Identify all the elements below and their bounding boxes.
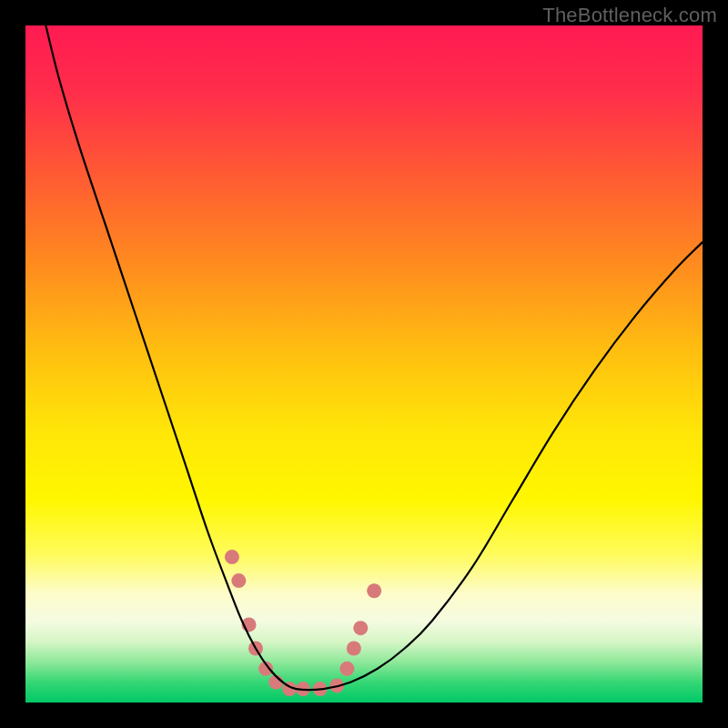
watermark-label: TheBottleneck.com <box>542 4 717 27</box>
highlight-dot <box>367 583 381 598</box>
marker-group <box>225 550 381 696</box>
highlight-dot <box>231 573 246 588</box>
highlight-dot <box>353 621 368 635</box>
chart-overlay <box>25 25 703 703</box>
chart-frame: TheBottleneck.com <box>0 0 728 728</box>
highlight-dot <box>339 662 354 676</box>
plot-area <box>25 25 703 703</box>
highlight-dot <box>347 641 361 655</box>
highlight-dot <box>225 550 239 564</box>
